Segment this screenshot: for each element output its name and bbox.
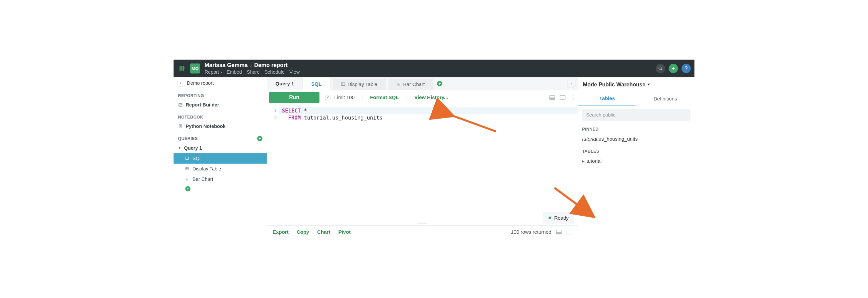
sql-icon: [185, 156, 190, 161]
breadcrumb: Marissa Gemma › Demo report Report▾ Embe…: [205, 62, 300, 75]
sidebar-item-display-table[interactable]: Display Table: [174, 164, 267, 174]
back-button[interactable]: ‹: [177, 80, 184, 87]
sidebar-item-label: SQL: [192, 156, 202, 161]
sidebar-item-label: Query 1: [184, 145, 202, 151]
svg-rect-18: [188, 179, 188, 180]
menu-embed[interactable]: Embed: [227, 69, 242, 75]
copy-button[interactable]: Copy: [297, 229, 309, 235]
format-sql-button[interactable]: Format SQL: [370, 94, 399, 100]
drag-handle[interactable]: [267, 223, 578, 225]
add-button[interactable]: +: [669, 64, 678, 73]
query-toolbar: Run ✓ Limit 100 Format SQL View History.…: [267, 90, 578, 105]
sidebar-item-label: Bar Chart: [192, 176, 213, 182]
svg-rect-24: [400, 84, 400, 86]
svg-line-6: [661, 69, 662, 70]
menu-share[interactable]: Share: [247, 69, 259, 75]
menu-view[interactable]: View: [289, 69, 300, 75]
tab-sql[interactable]: SQL: [303, 77, 330, 90]
status-badge: Ready: [543, 212, 574, 223]
layout-split-icon[interactable]: [556, 230, 562, 234]
svg-rect-23: [399, 83, 399, 86]
tabs-bar: Query 1 SQL Display Table Bar Chart + ›: [267, 77, 578, 90]
line-gutter: 1 2: [267, 105, 279, 223]
sidebar-item-query1[interactable]: ▼ Query 1: [174, 143, 267, 153]
status-dot-icon: [549, 216, 551, 219]
svg-rect-2: [183, 66, 184, 71]
svg-rect-11: [186, 157, 189, 160]
svg-rect-3: [185, 67, 185, 68]
pivot-button[interactable]: Pivot: [338, 229, 351, 235]
sidebar-item-sql[interactable]: SQL: [174, 153, 267, 164]
section-notebook: NOTEBOOK: [174, 110, 267, 121]
section-reporting: REPORTING: [174, 89, 267, 100]
report-title[interactable]: Demo report: [254, 62, 288, 68]
table-icon: [341, 81, 345, 87]
add-view-button[interactable]: +: [185, 186, 190, 192]
tab-definitions[interactable]: Definitions: [636, 92, 694, 105]
results-toolbar: Export Copy Chart Pivot 100 rows returne…: [267, 226, 578, 238]
topbar: MO Marissa Gemma › Demo report Report▾ E…: [174, 60, 694, 77]
bar-chart-icon: [397, 81, 401, 87]
datasource-selector[interactable]: Mode Public Warehouse: [583, 81, 646, 88]
chevron-down-icon: ▾: [220, 70, 222, 74]
user-name[interactable]: Marissa Gemma: [205, 62, 248, 68]
run-button[interactable]: Run: [269, 92, 319, 103]
schema-search-input[interactable]: [582, 109, 690, 121]
tab-bar-chart[interactable]: Bar Chart: [389, 78, 433, 90]
view-history-button[interactable]: View History...: [414, 94, 448, 100]
tables-label: TABLES: [582, 149, 690, 154]
add-query-button[interactable]: +: [257, 136, 262, 141]
caret-down-icon: ▼: [178, 146, 182, 150]
sidebar-item-bar-chart[interactable]: Bar Chart: [174, 174, 267, 185]
section-queries: QUERIES +: [174, 132, 267, 143]
breadcrumb-separator-icon: ›: [250, 62, 252, 68]
main-content: Query 1 SQL Display Table Bar Chart + › …: [267, 77, 578, 238]
more-menu-icon[interactable]: ⋮: [570, 94, 576, 101]
export-button[interactable]: Export: [273, 229, 289, 235]
report-builder-icon: [178, 102, 183, 107]
menu-report[interactable]: Report▾: [205, 69, 222, 75]
svg-rect-16: [186, 179, 187, 180]
schema-panel: Mode Public Warehouse ▼ Tables Definitio…: [578, 77, 694, 238]
layout-split-icon[interactable]: [549, 95, 555, 100]
sidebar-item-label: Report Builder: [186, 102, 219, 108]
chevron-down-icon: ▼: [647, 82, 651, 87]
help-icon[interactable]: ?: [681, 64, 691, 73]
notebook-icon: [178, 124, 183, 129]
tab-display-table[interactable]: Display Table: [333, 78, 386, 90]
svg-rect-1: [182, 66, 183, 71]
svg-rect-22: [398, 84, 398, 86]
table-icon: [185, 166, 190, 172]
svg-rect-0: [180, 66, 181, 71]
schema-item-tutorial[interactable]: ▶ tutorial: [582, 157, 690, 166]
pinned-label: PINNED: [582, 127, 690, 131]
svg-rect-4: [185, 68, 185, 69]
rows-returned-label: 100 rows returned: [511, 229, 551, 235]
layout-full-icon[interactable]: [560, 95, 566, 100]
sidebar-item-report-builder[interactable]: Report Builder: [174, 100, 267, 110]
limit-label: Limit 100: [334, 94, 354, 100]
add-tab-button[interactable]: +: [437, 81, 442, 87]
layout-full-icon[interactable]: [567, 230, 572, 234]
bar-chart-icon: [185, 176, 190, 182]
tab-tables[interactable]: Tables: [578, 92, 636, 105]
sidebar-item-python-notebook[interactable]: Python Notebook: [174, 121, 267, 132]
app-logo[interactable]: [177, 63, 188, 74]
sidebar-item-label: Python Notebook: [186, 124, 225, 129]
search-icon[interactable]: [656, 64, 665, 73]
workspace-badge[interactable]: MO: [190, 63, 200, 73]
sidebar: ‹ Demo report REPORTING Report Builder N…: [174, 77, 267, 238]
caret-right-icon: ▶: [582, 159, 584, 163]
sidebar-breadcrumb[interactable]: Demo report: [187, 80, 214, 86]
tab-query1[interactable]: Query 1: [267, 77, 303, 90]
sql-editor[interactable]: 1 2 SELECT * FROM tutorial.us_housing_un…: [267, 105, 578, 223]
sidebar-item-label: Display Table: [192, 166, 221, 172]
expand-panel-button[interactable]: ›: [567, 80, 575, 88]
limit-checkbox[interactable]: ✓: [326, 95, 330, 100]
svg-point-5: [659, 67, 661, 69]
chart-button[interactable]: Chart: [317, 229, 330, 235]
menu-schedule[interactable]: Schedule: [265, 69, 285, 75]
svg-rect-17: [187, 178, 188, 180]
pinned-table-item[interactable]: tutorial.us_housing_units: [582, 134, 690, 143]
